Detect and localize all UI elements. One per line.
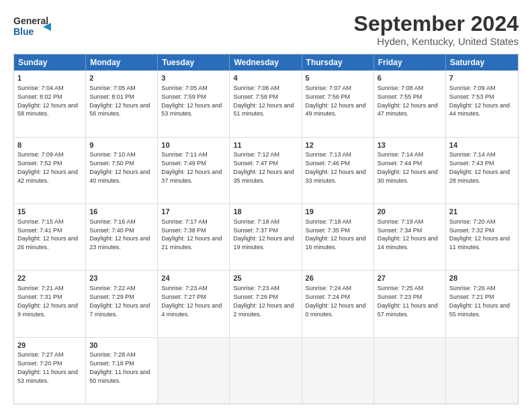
day-number: 11 xyxy=(233,140,298,150)
cell-sep-29: 29 Sunrise: 7:27 AM Sunset: 7:20 PM Dayl… xyxy=(14,338,86,404)
cell-sep-19: 19 Sunrise: 7:18 AM Sunset: 7:35 PM Dayl… xyxy=(302,204,374,270)
header-friday: Friday xyxy=(374,54,446,71)
day-number: 13 xyxy=(378,140,442,150)
day-number: 29 xyxy=(17,340,82,351)
day-number: 5 xyxy=(306,73,370,83)
day-number: 23 xyxy=(89,273,154,283)
cell-sep-28: 28 Sunrise: 7:26 AM Sunset: 7:21 PM Dayl… xyxy=(446,271,518,336)
sun-info: Sunrise: 7:27 AM Sunset: 7:20 PM Dayligh… xyxy=(17,351,78,383)
svg-text:General: General xyxy=(13,15,48,26)
location-subtitle: Hyden, Kentucky, United States xyxy=(354,36,519,47)
svg-text:Blue: Blue xyxy=(13,26,34,37)
header-thursday: Thursday xyxy=(302,54,374,71)
logo: General Blue xyxy=(13,12,51,42)
week-row-1: 1 Sunrise: 7:04 AM Sunset: 8:02 PM Dayli… xyxy=(14,71,518,136)
week-row-5: 29 Sunrise: 7:27 AM Sunset: 7:20 PM Dayl… xyxy=(14,337,518,404)
sun-info: Sunrise: 7:18 AM Sunset: 7:37 PM Dayligh… xyxy=(233,218,294,250)
cell-empty-2 xyxy=(230,338,302,404)
cell-empty-1 xyxy=(158,338,230,404)
header-tuesday: Tuesday xyxy=(158,54,230,71)
day-number: 6 xyxy=(378,73,442,83)
cell-sep-4: 4 Sunrise: 7:06 AM Sunset: 7:58 PM Dayli… xyxy=(230,71,302,136)
day-number: 27 xyxy=(378,273,442,283)
cell-sep-17: 17 Sunrise: 7:17 AM Sunset: 7:38 PM Dayl… xyxy=(158,204,230,270)
cell-sep-3: 3 Sunrise: 7:05 AM Sunset: 7:59 PM Dayli… xyxy=(158,71,230,136)
sun-info: Sunrise: 7:26 AM Sunset: 7:21 PM Dayligh… xyxy=(449,285,510,317)
sun-info: Sunrise: 7:17 AM Sunset: 7:38 PM Dayligh… xyxy=(161,218,222,250)
sun-info: Sunrise: 7:06 AM Sunset: 7:58 PM Dayligh… xyxy=(233,85,294,117)
cell-sep-18: 18 Sunrise: 7:18 AM Sunset: 7:37 PM Dayl… xyxy=(230,204,302,270)
day-number: 19 xyxy=(306,207,370,217)
sun-info: Sunrise: 7:15 AM Sunset: 7:41 PM Dayligh… xyxy=(17,218,78,250)
cell-empty-4 xyxy=(374,338,446,404)
day-number: 2 xyxy=(89,73,154,83)
sun-info: Sunrise: 7:04 AM Sunset: 8:02 PM Dayligh… xyxy=(17,85,78,117)
sun-info: Sunrise: 7:19 AM Sunset: 7:34 PM Dayligh… xyxy=(378,218,438,250)
sun-info: Sunrise: 7:22 AM Sunset: 7:29 PM Dayligh… xyxy=(89,285,150,317)
cell-sep-11: 11 Sunrise: 7:12 AM Sunset: 7:47 PM Dayl… xyxy=(230,138,302,203)
cell-sep-25: 25 Sunrise: 7:23 AM Sunset: 7:26 PM Dayl… xyxy=(230,271,302,336)
day-number: 14 xyxy=(449,140,515,150)
cell-sep-2: 2 Sunrise: 7:05 AM Sunset: 8:01 PM Dayli… xyxy=(86,71,158,136)
day-number: 30 xyxy=(89,340,154,351)
cell-sep-14: 14 Sunrise: 7:14 AM Sunset: 7:43 PM Dayl… xyxy=(446,138,518,203)
calendar: Sunday Monday Tuesday Wednesday Thursday… xyxy=(13,54,519,404)
cell-sep-22: 22 Sunrise: 7:21 AM Sunset: 7:31 PM Dayl… xyxy=(14,271,86,336)
sun-info: Sunrise: 7:28 AM Sunset: 7:18 PM Dayligh… xyxy=(89,351,150,383)
week-row-2: 8 Sunrise: 7:09 AM Sunset: 7:52 PM Dayli… xyxy=(14,137,518,203)
cell-sep-23: 23 Sunrise: 7:22 AM Sunset: 7:29 PM Dayl… xyxy=(86,271,158,336)
sun-info: Sunrise: 7:05 AM Sunset: 7:59 PM Dayligh… xyxy=(161,85,222,117)
sun-info: Sunrise: 7:23 AM Sunset: 7:27 PM Dayligh… xyxy=(161,285,222,317)
sun-info: Sunrise: 7:14 AM Sunset: 7:44 PM Dayligh… xyxy=(378,151,438,183)
cell-empty-5 xyxy=(446,338,518,404)
cell-sep-13: 13 Sunrise: 7:14 AM Sunset: 7:44 PM Dayl… xyxy=(374,138,446,203)
day-number: 12 xyxy=(306,140,370,150)
page: General Blue September 2024 Hyden, Kentu… xyxy=(0,0,532,411)
cell-sep-21: 21 Sunrise: 7:20 AM Sunset: 7:32 PM Dayl… xyxy=(446,204,518,270)
sun-info: Sunrise: 7:10 AM Sunset: 7:50 PM Dayligh… xyxy=(89,151,150,183)
cell-sep-7: 7 Sunrise: 7:09 AM Sunset: 7:53 PM Dayli… xyxy=(446,71,518,136)
week-row-3: 15 Sunrise: 7:15 AM Sunset: 7:41 PM Dayl… xyxy=(14,203,518,270)
month-year-title: September 2024 xyxy=(354,12,519,36)
sun-info: Sunrise: 7:09 AM Sunset: 7:53 PM Dayligh… xyxy=(449,85,510,117)
sun-info: Sunrise: 7:24 AM Sunset: 7:24 PM Dayligh… xyxy=(306,285,366,317)
day-number: 9 xyxy=(89,140,154,150)
title-block: September 2024 Hyden, Kentucky, United S… xyxy=(354,12,519,47)
sun-info: Sunrise: 7:20 AM Sunset: 7:32 PM Dayligh… xyxy=(449,218,510,250)
header-saturday: Saturday xyxy=(446,54,518,71)
day-number: 28 xyxy=(449,273,515,283)
sun-info: Sunrise: 7:12 AM Sunset: 7:47 PM Dayligh… xyxy=(233,151,294,183)
sun-info: Sunrise: 7:09 AM Sunset: 7:52 PM Dayligh… xyxy=(17,151,78,183)
calendar-header: Sunday Monday Tuesday Wednesday Thursday… xyxy=(14,54,518,71)
sun-info: Sunrise: 7:13 AM Sunset: 7:46 PM Dayligh… xyxy=(306,151,366,183)
cell-sep-5: 5 Sunrise: 7:07 AM Sunset: 7:56 PM Dayli… xyxy=(302,71,374,136)
header-wednesday: Wednesday xyxy=(230,54,302,71)
cell-sep-10: 10 Sunrise: 7:11 AM Sunset: 7:49 PM Dayl… xyxy=(158,138,230,203)
day-number: 22 xyxy=(17,273,82,283)
sun-info: Sunrise: 7:14 AM Sunset: 7:43 PM Dayligh… xyxy=(449,151,510,183)
sun-info: Sunrise: 7:18 AM Sunset: 7:35 PM Dayligh… xyxy=(306,218,366,250)
cell-sep-9: 9 Sunrise: 7:10 AM Sunset: 7:50 PM Dayli… xyxy=(86,138,158,203)
day-number: 26 xyxy=(306,273,370,283)
day-number: 4 xyxy=(233,73,298,83)
sun-info: Sunrise: 7:07 AM Sunset: 7:56 PM Dayligh… xyxy=(306,85,366,117)
day-number: 25 xyxy=(233,273,298,283)
cell-sep-26: 26 Sunrise: 7:24 AM Sunset: 7:24 PM Dayl… xyxy=(302,271,374,336)
cell-sep-20: 20 Sunrise: 7:19 AM Sunset: 7:34 PM Dayl… xyxy=(374,204,446,270)
day-number: 24 xyxy=(161,273,226,283)
cell-sep-8: 8 Sunrise: 7:09 AM Sunset: 7:52 PM Dayli… xyxy=(14,138,86,203)
sun-info: Sunrise: 7:08 AM Sunset: 7:55 PM Dayligh… xyxy=(378,85,438,117)
day-number: 15 xyxy=(17,207,82,217)
calendar-body: 1 Sunrise: 7:04 AM Sunset: 8:02 PM Dayli… xyxy=(14,71,518,404)
cell-sep-1: 1 Sunrise: 7:04 AM Sunset: 8:02 PM Dayli… xyxy=(14,71,86,136)
day-number: 18 xyxy=(233,207,298,217)
header-sunday: Sunday xyxy=(14,54,86,71)
day-number: 1 xyxy=(17,73,82,83)
day-number: 10 xyxy=(161,140,226,150)
logo-icon: General Blue xyxy=(13,12,51,42)
sun-info: Sunrise: 7:16 AM Sunset: 7:40 PM Dayligh… xyxy=(89,218,150,250)
week-row-4: 22 Sunrise: 7:21 AM Sunset: 7:31 PM Dayl… xyxy=(14,270,518,336)
header: General Blue September 2024 Hyden, Kentu… xyxy=(13,12,519,47)
cell-empty-3 xyxy=(302,338,374,404)
sun-info: Sunrise: 7:11 AM Sunset: 7:49 PM Dayligh… xyxy=(161,151,222,183)
